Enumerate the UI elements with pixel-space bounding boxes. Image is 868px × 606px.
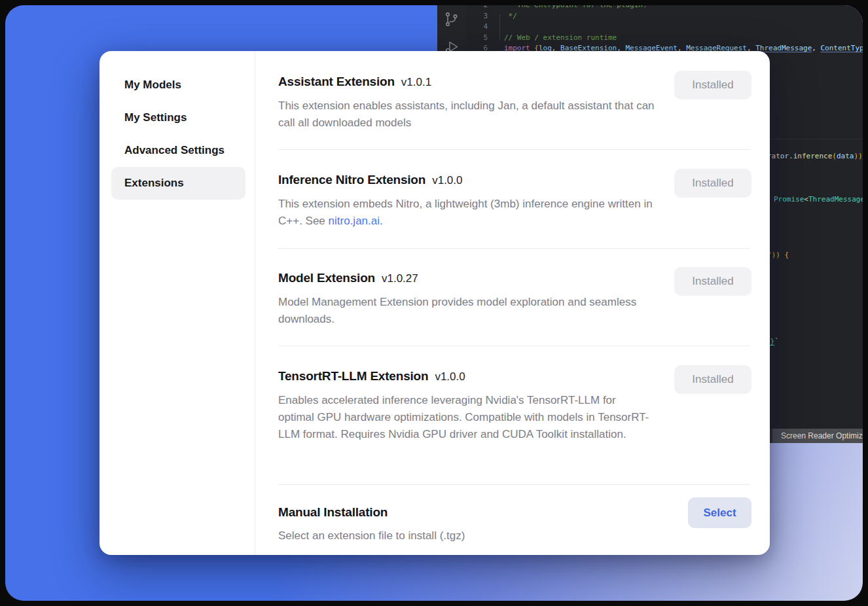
line-number: 3	[437, 11, 488, 22]
code-line: 2 * The entrypoint for the plugin.	[437, 5, 863, 11]
installed-button[interactable]: Installed	[674, 169, 751, 198]
code-text: // Web / extension runtime	[504, 33, 617, 44]
code-text: */	[504, 11, 517, 22]
code-fragment: rator.inference(data));	[767, 152, 863, 160]
line-number: 5	[437, 33, 488, 44]
extension-entry-tensorrt: TensortRT-LLM Extension v1.0.0 Enables a…	[278, 366, 751, 443]
divider	[278, 484, 750, 485]
settings-sidebar: My Models My Settings Advanced Settings …	[99, 51, 255, 555]
extension-description: This extension enables assistants, inclu…	[278, 98, 655, 132]
sidebar-item-my-settings[interactable]: My Settings	[111, 101, 245, 134]
extension-entry-model: Model Extension v1.0.27 Model Management…	[278, 268, 751, 328]
hero-background: 2 * The entrypoint for the plugin. 3 */ …	[5, 5, 863, 601]
extension-version: v1.0.0	[435, 368, 465, 385]
installed-button[interactable]: Installed	[674, 71, 751, 99]
extension-name: Assistant Extension	[278, 73, 395, 90]
settings-modal: My Models My Settings Advanced Settings …	[99, 51, 770, 555]
code-line: 5 // Web / extension runtime	[437, 33, 863, 44]
nitro-jan-ai-link[interactable]: nitro.jan.ai.	[329, 215, 383, 227]
sidebar-item-my-models[interactable]: My Models	[111, 69, 245, 101]
divider	[278, 248, 750, 249]
extension-entry-nitro: Inference Nitro Extension v1.0.0 This ex…	[278, 170, 751, 230]
divider	[278, 149, 750, 150]
sidebar-item-extensions[interactable]: Extensions	[111, 167, 245, 200]
code-lines: 2 * The entrypoint for the plugin. 3 */ …	[437, 5, 863, 54]
sidebar-item-advanced-settings[interactable]: Advanced Settings	[111, 134, 245, 167]
manual-installation-entry: Manual Installation Select an extension …	[278, 503, 751, 544]
screen-reader-optimized-item[interactable]: Screen Reader Optimized	[772, 429, 863, 443]
extension-description: Select an extension file to install (.tg…	[278, 527, 655, 544]
indent-guide	[499, 14, 500, 39]
code-line: 3 */	[437, 11, 863, 22]
extension-description: This extension embeds Nitro, a lightweig…	[278, 196, 655, 230]
extension-description: Enables accelerated inference leveraging…	[278, 392, 655, 443]
extension-version: v1.0.0	[432, 172, 462, 189]
extension-version: v1.0.27	[382, 270, 418, 287]
extension-entry-assistant: Assistant Extension v1.0.1 This extensio…	[278, 72, 751, 132]
installed-button[interactable]: Installed	[674, 365, 751, 394]
extension-name: TensortRT-LLM Extension	[278, 368, 428, 385]
identifier: ThreadMessage	[755, 44, 812, 52]
extension-name: Inference Nitro Extension	[278, 171, 425, 188]
extension-name: Manual Installation	[278, 504, 388, 521]
extension-version: v1.0.1	[401, 74, 431, 91]
extension-title: Manual Installation	[278, 503, 751, 521]
code-text: * The entrypoint for the plugin.	[504, 5, 647, 11]
line-number: 2	[437, 5, 488, 11]
select-button[interactable]: Select	[688, 497, 751, 528]
code-fragment: ")) {	[767, 251, 789, 259]
line-number: 4	[437, 22, 488, 33]
code-line: 4	[437, 22, 863, 33]
identifier: ContentType	[821, 44, 863, 52]
extension-name: Model Extension	[278, 270, 375, 287]
installed-button[interactable]: Installed	[674, 267, 751, 296]
extension-description: Model Management Extension provides mode…	[278, 294, 655, 328]
extensions-list: Assistant Extension v1.0.1 This extensio…	[278, 51, 751, 555]
divider	[278, 346, 750, 346]
code-fragment: Promise<ThreadMessage>	[774, 195, 863, 204]
